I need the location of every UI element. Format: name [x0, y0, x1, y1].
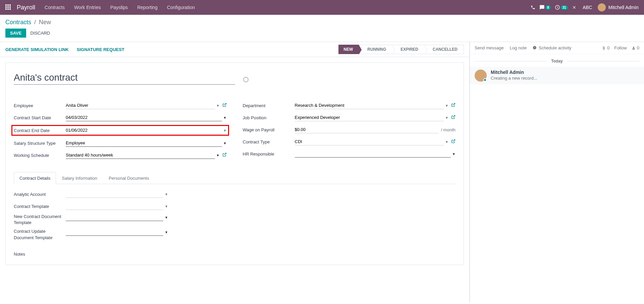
tab-contract-details[interactable]: Contract Details: [14, 172, 56, 184]
contract-update-doc-template-input[interactable]: [66, 228, 163, 236]
analytic-account-input[interactable]: [66, 190, 163, 198]
start-date-input[interactable]: [66, 114, 222, 121]
contract-type-label: Contract Type: [243, 139, 295, 144]
chevron-down-icon[interactable]: ▼: [223, 129, 227, 132]
user-name[interactable]: Mitchell Admin: [608, 5, 639, 10]
start-date-label: Contract Start Date: [14, 115, 66, 120]
new-contract-doc-template-input[interactable]: [66, 214, 163, 221]
chevron-down-icon[interactable]: ▼: [445, 104, 448, 107]
end-date-input[interactable]: [66, 127, 222, 134]
app-brand[interactable]: Payroll: [17, 4, 35, 11]
follow-button[interactable]: Follow: [614, 45, 627, 50]
status-new[interactable]: NEW: [338, 45, 359, 54]
svg-line-3: [453, 116, 455, 118]
message-text: Creating a new record...: [491, 76, 537, 81]
external-link-icon[interactable]: [451, 115, 455, 120]
message-author: Mitchell Admin: [491, 70, 537, 75]
hr-responsible-input[interactable]: [295, 150, 451, 158]
nav-contracts[interactable]: Contracts: [45, 5, 65, 10]
attachments-button[interactable]: 0: [602, 45, 609, 50]
wage-input[interactable]: [295, 126, 438, 133]
breadcrumb: Contracts / New: [0, 15, 644, 27]
contract-name-input[interactable]: [14, 71, 235, 85]
contract-template-label: Contract Template: [14, 204, 66, 209]
external-link-icon[interactable]: [451, 139, 455, 144]
end-date-row-highlighted: Contract End Date ▼: [11, 125, 229, 136]
followers-button[interactable]: 0: [632, 45, 639, 50]
chevron-down-icon[interactable]: ▼: [223, 116, 227, 120]
nav-reporting[interactable]: Reporting: [137, 5, 158, 10]
tab-salary-information[interactable]: Salary Information: [56, 172, 103, 184]
company-name: ABC: [583, 5, 592, 10]
activity-badge: 31: [561, 5, 568, 10]
working-schedule-input[interactable]: [66, 151, 215, 159]
department-input[interactable]: [295, 102, 444, 109]
end-date-label: Contract End Date: [14, 128, 66, 133]
company-switcher[interactable]: ABC: [583, 5, 592, 10]
contract-template-input[interactable]: [66, 203, 163, 210]
status-cancelled[interactable]: CANCELLED: [424, 45, 464, 54]
user-avatar[interactable]: [598, 3, 606, 11]
date-separator: Today: [475, 59, 639, 63]
chevron-down-icon[interactable]: ▼: [452, 152, 455, 156]
kanban-state-icon[interactable]: [243, 77, 249, 82]
control-panel: SAVE DISCARD: [0, 27, 644, 42]
activity-icon[interactable]: 31: [555, 5, 568, 10]
svg-line-1: [224, 153, 226, 155]
send-message-button[interactable]: Send message: [475, 45, 504, 50]
debug-icon[interactable]: [572, 5, 577, 10]
chat-icon[interactable]: 8: [539, 5, 551, 10]
status-expired[interactable]: EXPIRED: [392, 45, 425, 54]
signature-request-button[interactable]: SIGNATURE REQUEST: [77, 47, 124, 52]
hr-responsible-label: HR Responsible: [243, 151, 295, 157]
chevron-down-icon[interactable]: ▼: [165, 230, 168, 234]
external-link-icon[interactable]: [451, 103, 455, 108]
nav-work-entries[interactable]: Work Entries: [74, 5, 101, 10]
status-running[interactable]: RUNNING: [359, 45, 392, 54]
chatter-message: Mitchell Admin Creating a new record...: [470, 67, 644, 84]
save-button[interactable]: SAVE: [5, 29, 26, 38]
new-contract-doc-template-label: New Contract Document Template: [14, 214, 66, 226]
salary-structure-type-input[interactable]: [66, 139, 222, 147]
salary-structure-type-label: Salary Structure Type: [14, 141, 66, 146]
analytic-account-label: Analytic Account: [14, 192, 66, 197]
generate-simulation-link-button[interactable]: GENERATE SIMULATION LINK: [5, 47, 69, 52]
job-position-label: Job Position: [243, 115, 295, 120]
breadcrumb-parent[interactable]: Contracts: [5, 19, 31, 26]
chevron-down-icon[interactable]: ▼: [165, 192, 168, 196]
contract-update-doc-template-label: Contract Update Document Template: [14, 228, 66, 241]
status-bar-row: GENERATE SIMULATION LINK SIGNATURE REQUE…: [0, 42, 469, 57]
chevron-down-icon[interactable]: ▼: [445, 140, 448, 144]
chevron-down-icon[interactable]: ▼: [165, 205, 168, 208]
tab-personal-documents[interactable]: Personal Documents: [103, 172, 155, 184]
external-link-icon[interactable]: [222, 153, 227, 158]
breadcrumb-current: New: [39, 19, 51, 26]
apps-icon[interactable]: [5, 4, 11, 10]
form-sheet: Employee ▼ Contract Start Date ▼: [5, 62, 464, 265]
notebook-tabs: Contract Details Salary Information Pers…: [14, 172, 455, 184]
message-avatar[interactable]: [475, 70, 487, 82]
discard-button[interactable]: DISCARD: [30, 31, 50, 36]
navbar: Payroll Contracts Work Entries Payslips …: [0, 0, 644, 15]
chevron-down-icon[interactable]: ▼: [216, 104, 220, 107]
contract-type-input[interactable]: [295, 138, 444, 145]
employee-label: Employee: [14, 103, 66, 108]
nav-configuration[interactable]: Configuration: [167, 5, 195, 10]
log-note-button[interactable]: Log note: [510, 45, 527, 50]
chevron-down-icon[interactable]: ▼: [445, 116, 448, 120]
online-status-icon: [483, 78, 487, 82]
chevron-down-icon[interactable]: ▼: [216, 154, 220, 157]
nav-payslips[interactable]: Payslips: [110, 5, 128, 10]
chevron-down-icon[interactable]: ▼: [165, 216, 168, 219]
statusbar: NEW RUNNING EXPIRED CANCELLED: [339, 45, 464, 54]
phone-icon[interactable]: [531, 5, 535, 10]
working-schedule-label: Working Schedule: [14, 153, 66, 158]
external-link-icon[interactable]: [222, 103, 227, 108]
employee-input[interactable]: [66, 102, 215, 109]
chevron-down-icon[interactable]: ▼: [223, 141, 227, 145]
chatter: Send message Log note Schedule activity …: [470, 42, 644, 302]
svg-line-0: [224, 103, 226, 105]
schedule-activity-button[interactable]: Schedule activity: [533, 45, 571, 50]
job-position-input[interactable]: [295, 114, 444, 121]
svg-line-4: [453, 140, 455, 142]
